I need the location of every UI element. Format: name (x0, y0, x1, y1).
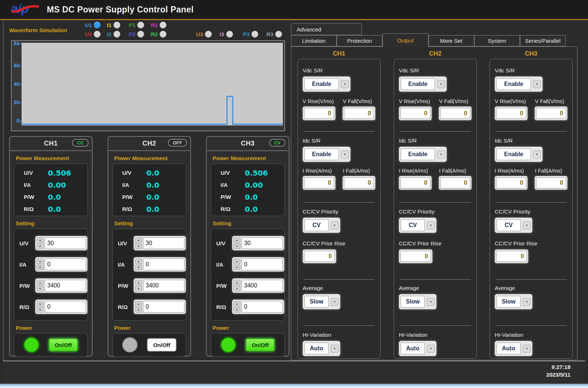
rq-spinner[interactable]: ▲▼0 (134, 300, 186, 314)
vdc-sr-dropdown[interactable]: Enable▾ (303, 76, 351, 92)
radio-dot[interactable] (113, 31, 120, 38)
radio-dot[interactable] (94, 31, 101, 38)
radio-i3[interactable]: I3 (220, 31, 237, 38)
spin-up-icon[interactable]: ▲ (135, 280, 142, 285)
radio-r3[interactable]: R3 (266, 31, 284, 38)
i-fall-input[interactable]: 0 (439, 176, 472, 190)
dropdown-arrow-icon[interactable]: ▾ (427, 298, 435, 306)
i-rise-input[interactable]: 0 (303, 176, 336, 190)
ia-set-input[interactable]: 0 (143, 259, 184, 270)
ia-set-input[interactable]: 0 (45, 259, 86, 270)
spin-down-icon[interactable]: ▼ (233, 265, 240, 270)
v-fall-input[interactable]: 0 (439, 106, 472, 120)
radio-dot[interactable] (137, 31, 144, 38)
radio-u1[interactable]: U1 (85, 22, 102, 29)
radio-dot[interactable] (160, 22, 166, 29)
dropdown-arrow-icon[interactable]: ▾ (427, 222, 435, 229)
radio-dot[interactable] (205, 31, 212, 38)
idc-sr-dropdown[interactable]: Enable▾ (495, 147, 543, 162)
uv-spinner[interactable]: ▲▼30 (232, 236, 284, 250)
pw-spinner[interactable]: ▲▼3400 (134, 278, 186, 293)
pw-set-input[interactable]: 3400 (143, 280, 184, 291)
spin-down-icon[interactable]: ▼ (135, 244, 142, 249)
spin-up-icon[interactable]: ▲ (135, 259, 142, 264)
radio-u3[interactable]: U3 (196, 31, 214, 38)
rq-set-input[interactable]: 0 (143, 301, 184, 313)
tab-protection[interactable]: Protection (337, 35, 382, 46)
uv-set-input[interactable]: 30 (143, 237, 184, 249)
spin-down-icon[interactable]: ▼ (135, 286, 142, 291)
v-rise-input[interactable]: 0 (399, 106, 432, 120)
radio-dot[interactable] (226, 31, 233, 38)
uv-set-input[interactable]: 30 (241, 237, 283, 249)
radio-dot[interactable] (160, 31, 166, 38)
uv-set-input[interactable]: 30 (45, 237, 86, 249)
pw-set-input[interactable]: 3400 (45, 280, 86, 291)
rq-set-input[interactable]: 0 (45, 301, 86, 313)
uv-spinner[interactable]: ▲▼30 (35, 236, 87, 250)
dropdown-arrow-icon[interactable]: ▾ (427, 345, 435, 353)
radio-r2[interactable]: R2 (151, 31, 168, 38)
tab-limitation[interactable]: Limitation (291, 35, 337, 46)
spin-down-icon[interactable]: ▼ (233, 286, 240, 291)
radio-dot[interactable] (94, 22, 101, 29)
spin-up-icon[interactable]: ▲ (233, 280, 240, 285)
dropdown-arrow-icon[interactable]: ▾ (437, 80, 445, 88)
ia-spinner[interactable]: ▲▼0 (134, 257, 186, 272)
tab-output[interactable]: Output (382, 33, 428, 47)
hi-variation-dropdown[interactable]: Auto▾ (495, 341, 532, 356)
advanced-tab[interactable]: Advanced (291, 23, 362, 35)
i-rise-input[interactable]: 0 (495, 176, 528, 190)
spin-down-icon[interactable]: ▼ (37, 307, 44, 313)
spin-up-icon[interactable]: ▲ (233, 237, 240, 243)
spin-down-icon[interactable]: ▼ (135, 307, 142, 313)
average-dropdown[interactable]: Slow▾ (495, 294, 532, 309)
vdc-sr-dropdown[interactable]: Enable▾ (399, 76, 447, 92)
dropdown-arrow-icon[interactable]: ▾ (437, 151, 445, 158)
rq-set-input[interactable]: 0 (241, 301, 283, 313)
average-dropdown[interactable]: Slow▾ (303, 294, 340, 309)
radio-dot[interactable] (113, 22, 120, 29)
hi-variation-dropdown[interactable]: Auto▾ (303, 341, 340, 356)
spin-up-icon[interactable]: ▲ (37, 259, 44, 264)
ia-spinner[interactable]: ▲▼0 (35, 257, 87, 272)
radio-p1[interactable]: P1 (129, 22, 146, 29)
radio-p3[interactable]: P3 (243, 31, 261, 38)
v-rise-input[interactable]: 0 (303, 106, 336, 120)
spin-down-icon[interactable]: ▼ (233, 244, 240, 249)
v-rise-input[interactable]: 0 (495, 106, 528, 120)
pw-set-input[interactable]: 3400 (241, 280, 283, 291)
spin-down-icon[interactable]: ▼ (135, 265, 142, 270)
idc-sr-dropdown[interactable]: Enable▾ (303, 147, 351, 162)
tab-system[interactable]: System (474, 35, 520, 46)
cccv-priority-dropdown[interactable]: CV▾ (303, 218, 340, 233)
dropdown-arrow-icon[interactable]: ▾ (523, 298, 531, 306)
i-rise-input[interactable]: 0 (399, 176, 432, 190)
pw-spinner[interactable]: ▲▼3400 (35, 278, 87, 293)
dropdown-arrow-icon[interactable]: ▾ (341, 151, 349, 158)
dropdown-arrow-icon[interactable]: ▾ (533, 151, 541, 158)
spin-down-icon[interactable]: ▼ (37, 244, 44, 249)
dropdown-arrow-icon[interactable]: ▾ (533, 80, 541, 88)
radio-i1[interactable]: I1 (107, 22, 124, 29)
power-onoff-button[interactable]: On/Off (246, 338, 275, 351)
spin-up-icon[interactable]: ▲ (233, 259, 240, 264)
cccv-prior-rise-input[interactable]: 0 (399, 249, 432, 263)
radio-dot[interactable] (251, 31, 258, 38)
radio-r1[interactable]: R1 (151, 22, 168, 29)
rq-spinner[interactable]: ▲▼0 (35, 300, 87, 314)
tab-more-set[interactable]: More Set (428, 35, 474, 46)
i-fall-input[interactable]: 0 (342, 176, 375, 190)
radio-p2[interactable]: P2 (129, 31, 146, 38)
dropdown-arrow-icon[interactable]: ▾ (341, 80, 349, 88)
spin-down-icon[interactable]: ▼ (37, 265, 44, 270)
dropdown-arrow-icon[interactable]: ▾ (331, 345, 338, 353)
spin-down-icon[interactable]: ▼ (37, 286, 44, 291)
power-onoff-button[interactable]: On/Off (49, 338, 78, 351)
spin-up-icon[interactable]: ▲ (135, 237, 142, 243)
spin-down-icon[interactable]: ▼ (233, 307, 240, 313)
dropdown-arrow-icon[interactable]: ▾ (523, 222, 531, 229)
power-onoff-button[interactable]: On/Off (147, 338, 176, 351)
radio-dot[interactable] (275, 31, 282, 38)
cccv-prior-rise-input[interactable]: 0 (303, 249, 336, 263)
